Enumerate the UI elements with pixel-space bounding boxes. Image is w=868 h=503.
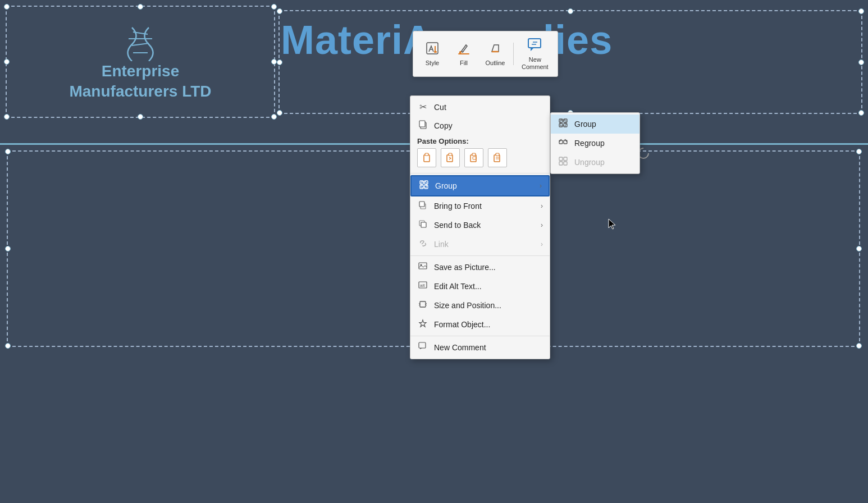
logo-line2: Manufacturers LTD [69, 83, 211, 100]
context-menu: ✂ Cut Copy Paste Options: [410, 95, 550, 359]
svg-rect-46 [564, 157, 567, 161]
logo-line1: Enterprise [102, 62, 180, 80]
title-handle-br [858, 110, 864, 116]
svg-rect-27 [421, 182, 427, 188]
svg-rect-40 [559, 124, 563, 127]
menu-item-send-to-back[interactable]: Send to Back › [410, 216, 550, 235]
svg-rect-7 [528, 39, 541, 48]
bring-to-front-label: Bring to Front [434, 202, 535, 211]
title-handle-tr [858, 8, 864, 14]
save-as-picture-icon [417, 262, 428, 273]
paste-btn-3[interactable] [464, 148, 483, 167]
edit-alt-text-label: Edit Alt Text... [434, 282, 543, 291]
copy-label: Copy [434, 121, 543, 130]
svg-rect-45 [559, 157, 563, 161]
menu-item-group[interactable]: Group › [410, 175, 550, 196]
submenu-item-regroup[interactable]: Regroup [551, 134, 639, 153]
menu-item-cut[interactable]: ✂ Cut [410, 98, 550, 116]
menu-item-link[interactable]: Link › [410, 235, 550, 254]
group-label: Group [435, 181, 534, 190]
svg-rect-11 [419, 121, 425, 127]
paste-btn-2[interactable] [441, 148, 460, 167]
svg-rect-41 [564, 124, 567, 127]
svg-rect-47 [559, 162, 563, 165]
submenu-item-ungroup[interactable]: Ungroup [551, 153, 639, 172]
svg-rect-37 [419, 342, 426, 348]
new-comment-toolbar-button[interactable]: NewComment [517, 35, 553, 73]
size-and-position-label: Size and Position... [434, 301, 543, 310]
toolbar-divider [513, 43, 514, 65]
style-button[interactable]: Style [418, 39, 447, 68]
submenu-group-icon [558, 118, 569, 130]
svg-rect-24 [424, 181, 428, 184]
big-handle-tl [5, 149, 11, 154]
submenu-regroup-icon [558, 138, 569, 149]
title-handle-mr [858, 60, 864, 65]
save-as-picture-label: Save as Picture... [434, 263, 543, 272]
big-handle-tr [856, 149, 862, 154]
paste-options-label: Paste Options: [410, 135, 550, 145]
menu-item-save-as-picture[interactable]: Save as Picture... [410, 258, 550, 277]
title-selection-box [278, 10, 862, 114]
logo-area: Enterprise Manufacturers LTD [8, 8, 272, 115]
svg-rect-26 [424, 185, 428, 189]
send-to-back-arrow: › [541, 221, 543, 229]
menu-item-edit-alt-text[interactable]: alt Edit Alt Text... [410, 277, 550, 296]
title-handle-tm [568, 8, 573, 14]
link-icon [417, 239, 428, 250]
group-icon [418, 180, 430, 191]
svg-rect-48 [564, 162, 567, 165]
fill-button[interactable]: Fill [449, 39, 478, 68]
title-handle-bl [277, 110, 282, 116]
svg-rect-19 [494, 155, 500, 162]
submenu-group-label: Group [574, 120, 633, 129]
submenu-ungroup-label: Ungroup [574, 158, 633, 167]
new-comment-toolbar-label: NewComment [522, 56, 549, 71]
svg-rect-29 [419, 202, 424, 207]
style-icon [426, 42, 439, 58]
svg-line-2 [132, 43, 149, 45]
svg-rect-13 [425, 153, 428, 156]
send-to-back-icon [417, 220, 428, 231]
outline-button[interactable]: Outline [481, 39, 510, 68]
menu-item-size-and-position[interactable]: Size and Position... [410, 296, 550, 315]
link-arrow: › [541, 240, 543, 248]
big-handle-mr [856, 246, 862, 252]
submenu-item-group[interactable]: Group [551, 115, 639, 134]
svg-rect-12 [424, 155, 430, 162]
svg-rect-18 [472, 153, 476, 156]
copy-icon [417, 120, 428, 131]
style-label: Style [426, 60, 439, 66]
edit-alt-text-icon: alt [417, 281, 428, 292]
menu-item-new-comment[interactable]: New Comment [410, 338, 550, 357]
outline-icon [488, 42, 502, 58]
group-arrow: › [540, 182, 542, 190]
big-handle-ml [5, 246, 11, 252]
new-comment-icon [527, 37, 543, 56]
bring-to-front-arrow: › [541, 202, 543, 210]
send-to-back-label: Send to Back [434, 221, 535, 230]
svg-rect-38 [559, 119, 563, 122]
fill-icon [457, 42, 470, 58]
svg-rect-36 [420, 301, 426, 307]
big-handle-bl [5, 343, 11, 349]
submenu-ungroup-icon [558, 157, 569, 168]
size-and-position-icon [417, 300, 428, 311]
svg-rect-39 [564, 119, 567, 122]
svg-rect-6 [458, 53, 469, 54]
slide-background: Enterprise Manufacturers LTD MateriAnoma… [0, 0, 868, 503]
paste-btn-1[interactable] [417, 148, 436, 167]
menu-item-bring-to-front[interactable]: Bring to Front › [410, 196, 550, 216]
paste-icons-row [410, 145, 550, 171]
svg-rect-14 [447, 155, 453, 162]
submenu-regroup-label: Regroup [574, 139, 633, 148]
mini-toolbar: Style Fill Outline NewComment [413, 31, 558, 77]
cut-label: Cut [434, 103, 543, 112]
menu-item-format-object[interactable]: Format Object... [410, 315, 550, 334]
cut-icon: ✂ [417, 102, 428, 112]
title-handle-ml [277, 60, 282, 65]
menu-item-copy[interactable]: Copy [410, 116, 550, 135]
svg-rect-22 [496, 153, 499, 156]
paste-btn-4[interactable] [488, 148, 507, 167]
title-handle-tl [277, 8, 282, 14]
